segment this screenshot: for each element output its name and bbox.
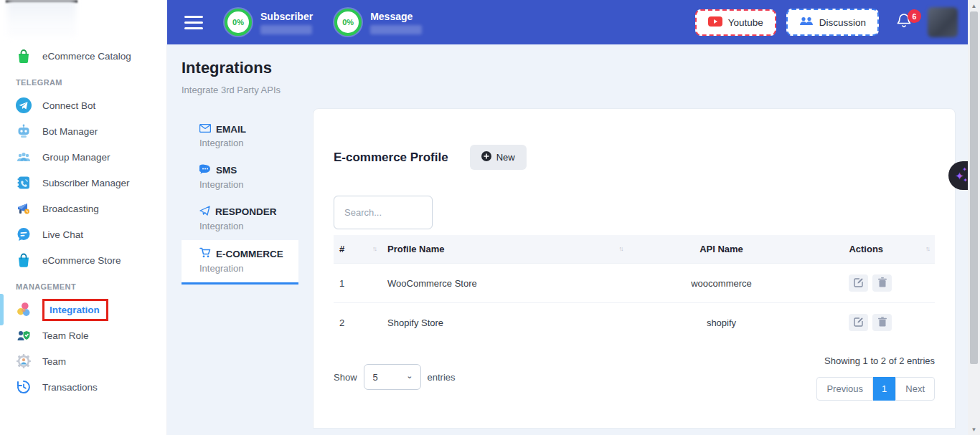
- column-header-actions[interactable]: Actions↑↓: [814, 235, 935, 264]
- sidebar-item-broadcasting[interactable]: Broadcasting: [0, 196, 166, 221]
- sidebar-item-label: Live Chat: [42, 229, 83, 240]
- cart-icon: [199, 247, 211, 260]
- current-page-button[interactable]: 1: [873, 377, 895, 401]
- sidebar-item-ecommerce-store[interactable]: eCommerce Store: [0, 247, 166, 273]
- tab-responder-integration[interactable]: RESPONDER Integration: [182, 199, 298, 240]
- tab-email-integration[interactable]: EMAIL Integration: [182, 117, 298, 157]
- sidebar-item-label: Broadcasting: [42, 204, 99, 214]
- column-header-profile-name[interactable]: Profile Name↑↓: [382, 235, 628, 264]
- subscriber-value-redacted: [260, 25, 312, 34]
- sidebar-item-ecommerce-catalog[interactable]: eCommerce Catalog: [0, 43, 166, 69]
- column-header-api-name[interactable]: API Name: [628, 235, 815, 264]
- sidebar-item-label: Subscriber Manager: [42, 178, 130, 188]
- sidebar-item-live-chat[interactable]: Live Chat: [0, 221, 166, 247]
- telegram-icon: [16, 97, 32, 113]
- scrollbar-thumb[interactable]: [970, 11, 978, 364]
- edit-button[interactable]: [849, 314, 868, 331]
- trash-icon: [878, 317, 887, 329]
- ecommerce-profile-card: E-commerce Profile New #↑↓ Profile Name↑…: [313, 108, 956, 429]
- scroll-up-arrow[interactable]: ▲: [968, 0, 980, 11]
- tab-subtitle: Integration: [199, 263, 298, 274]
- previous-page-button[interactable]: Previous: [816, 377, 873, 401]
- tab-title: SMS: [216, 165, 237, 176]
- youtube-button[interactable]: Youtube: [695, 9, 776, 36]
- api-name-cell: shopify: [628, 303, 815, 343]
- sidebar-item-team[interactable]: Team: [0, 348, 166, 374]
- sidebar-item-group-manager[interactable]: Group Manager: [0, 144, 166, 170]
- sidebar-item-label: eCommerce Catalog: [42, 51, 131, 62]
- tab-ecommerce-integration[interactable]: E-COMMERCE Integration: [182, 240, 298, 285]
- tab-sms-integration[interactable]: SMS Integration: [182, 157, 298, 199]
- sidebar-item-label: eCommerce Store: [42, 255, 121, 266]
- message-stat-label: Message: [370, 11, 422, 22]
- blue-shopping-bag-icon: [16, 252, 32, 268]
- edit-pencil-icon: [854, 317, 864, 329]
- tab-subtitle: Integration: [199, 138, 298, 148]
- subscriber-percent: 0%: [232, 18, 244, 27]
- profiles-table: #↑↓ Profile Name↑↓ API Name Actions↑↓ 1 …: [334, 235, 935, 342]
- table-header-row: #↑↓ Profile Name↑↓ API Name Actions↑↓: [334, 235, 935, 264]
- color-circles-icon: [16, 302, 32, 317]
- sort-icon[interactable]: ↑↓: [619, 245, 623, 252]
- discussion-button[interactable]: Discussion: [786, 9, 879, 36]
- sidebar-item-label: Group Manager: [42, 152, 110, 163]
- actions-cell: [814, 264, 935, 303]
- sort-icon[interactable]: ↑↓: [372, 245, 376, 252]
- red-annotation-box: Integration: [42, 299, 108, 321]
- discussion-button-label: Discussion: [819, 17, 866, 28]
- table-row: 1 WooCommerce Store woocommerce: [334, 264, 935, 303]
- sidebar-item-team-role[interactable]: Team Role: [0, 322, 166, 348]
- megaphone-icon: [16, 201, 32, 216]
- notification-bell[interactable]: 6: [896, 12, 912, 32]
- profile-name-cell: WooCommerce Store: [382, 264, 628, 303]
- topbar: 0% Subscriber 0% Message Youtube Dis: [167, 0, 968, 44]
- page-size-select[interactable]: 5: [364, 364, 421, 390]
- sidebar-item-transactions[interactable]: Transactions: [0, 374, 166, 400]
- profile-name-cell: Shopify Store: [382, 303, 628, 343]
- scroll-down-arrow[interactable]: ▼: [968, 424, 980, 435]
- pagination: Previous 1 Next: [816, 377, 935, 401]
- new-profile-button[interactable]: New: [470, 145, 527, 170]
- hamburger-menu-icon[interactable]: [184, 16, 203, 29]
- next-page-button[interactable]: Next: [895, 377, 935, 401]
- message-progress-ring: 0%: [334, 9, 362, 36]
- subscriber-stat-label: Subscriber: [260, 11, 313, 22]
- contact-book-icon: [16, 175, 32, 191]
- chat-bubble-icon: [16, 226, 32, 242]
- edit-pencil-icon: [854, 277, 864, 290]
- column-header-num[interactable]: #↑↓: [334, 235, 382, 264]
- tab-title: EMAIL: [216, 124, 246, 135]
- show-label: Show: [334, 372, 357, 383]
- tab-subtitle: Integration: [199, 179, 298, 190]
- vertical-scrollbar[interactable]: ▲ ▼: [968, 0, 980, 435]
- trash-icon: [878, 277, 887, 290]
- message-percent: 0%: [342, 18, 354, 27]
- card-title: E-commerce Profile: [334, 150, 448, 165]
- sidebar-item-subscriber-manager[interactable]: Subscriber Manager: [0, 170, 166, 196]
- entries-label: entries: [428, 372, 456, 383]
- subscriber-progress-ring: 0%: [225, 9, 252, 36]
- envelope-icon: [199, 124, 211, 135]
- youtube-icon: [708, 16, 722, 29]
- plus-circle-icon: [481, 151, 491, 163]
- sidebar-item-connect-bot[interactable]: Connect Bot: [0, 92, 166, 118]
- sidebar-item-label: Bot Manager: [42, 126, 98, 137]
- message-value-redacted: [370, 25, 422, 34]
- user-avatar[interactable]: [928, 7, 958, 37]
- sidebar-item-bot-manager[interactable]: Bot Manager: [0, 118, 166, 144]
- sidebar-item-integration[interactable]: Integration: [0, 297, 166, 322]
- edit-button[interactable]: [849, 274, 868, 292]
- delete-button[interactable]: [872, 274, 892, 292]
- history-clock-icon: [16, 379, 32, 395]
- sidebar-item-label: Connect Bot: [42, 100, 95, 111]
- search-input[interactable]: [334, 196, 433, 229]
- delete-button[interactable]: [872, 314, 892, 331]
- discussion-people-icon: [799, 16, 814, 29]
- sort-icon[interactable]: ↑↓: [925, 245, 929, 252]
- actions-cell: [814, 303, 935, 343]
- row-number: 1: [334, 264, 382, 303]
- main-content: Integrations Integrate 3rd Party APIs EM…: [167, 44, 968, 435]
- paper-plane-icon: [199, 206, 210, 218]
- api-name-cell: woocommerce: [628, 264, 815, 303]
- logo-blurred: [7, 0, 76, 36]
